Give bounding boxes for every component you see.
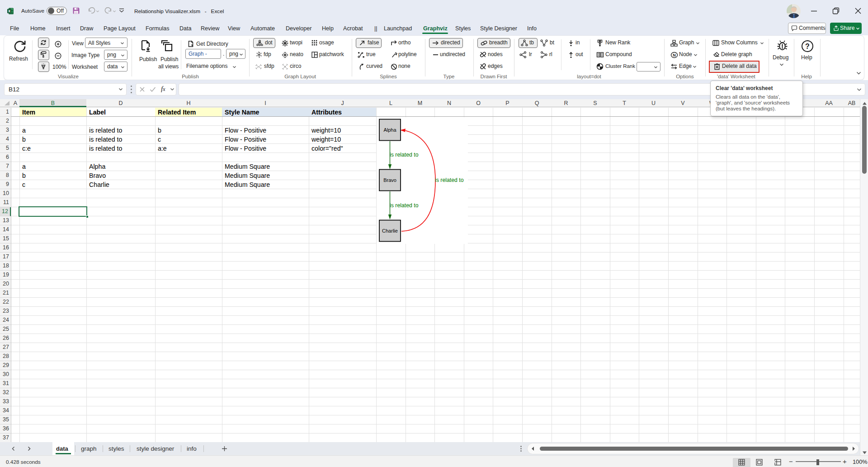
svg-text:Alpha: Alpha bbox=[383, 127, 396, 133]
svg-text:x: x bbox=[8, 9, 10, 13]
svg-text:is related to: is related to bbox=[435, 177, 464, 183]
svg-text:is related to: is related to bbox=[390, 152, 419, 158]
svg-text:Charlie: Charlie bbox=[382, 228, 398, 234]
svg-text:Bravo: Bravo bbox=[383, 177, 396, 183]
svg-text:N: N bbox=[673, 53, 676, 57]
svg-text:is related to: is related to bbox=[390, 202, 419, 209]
svg-text:?: ? bbox=[805, 43, 810, 50]
